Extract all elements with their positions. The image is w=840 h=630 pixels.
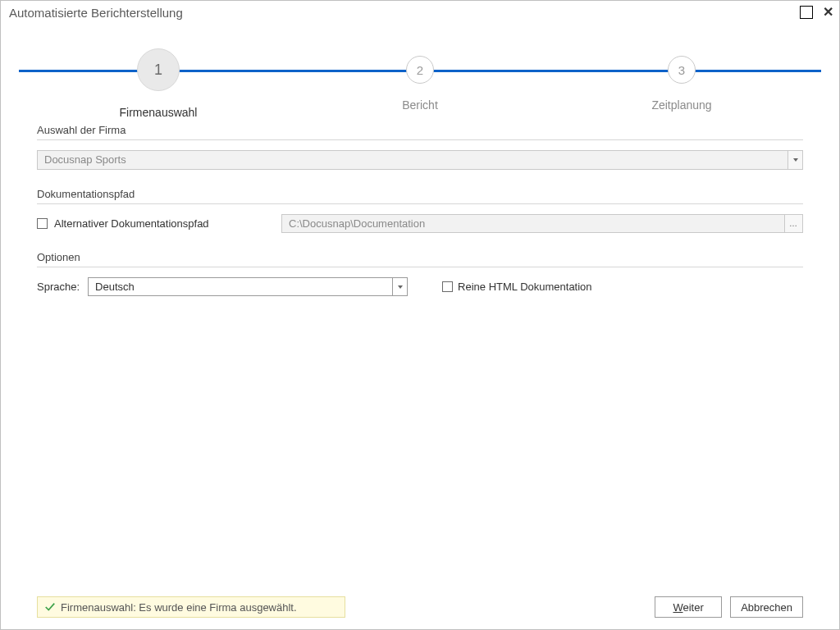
cancel-button-label: Abbrechen: [741, 601, 792, 614]
section-docpath: Dokumentationspfad Alternativer Dokument…: [37, 188, 803, 233]
step-number: 3: [668, 56, 696, 84]
check-icon: [44, 601, 56, 613]
section-title-company: Auswahl der Firma: [37, 124, 803, 140]
alt-docpath-group: Alternativer Dokumentationspfad: [37, 214, 281, 233]
docpath-input[interactable]: C:\Docusnap\Documentation: [281, 214, 785, 233]
dialog-footer: Firmenauswahl: Es wurde eine Firma ausge…: [19, 596, 821, 629]
html-doc-checkbox[interactable]: [442, 281, 453, 292]
company-select[interactable]: Docusnap Sports: [37, 150, 803, 170]
cancel-button[interactable]: Abbrechen: [730, 596, 803, 618]
step-label: Firmenauswahl: [117, 106, 199, 119]
company-select-arrow[interactable]: [788, 151, 802, 169]
chevron-down-icon: [398, 285, 403, 289]
step-label: Zeitplanung: [641, 98, 723, 112]
close-button[interactable]: ✕: [821, 6, 834, 19]
close-icon: ✕: [821, 6, 834, 19]
alt-docpath-label: Alternativer Dokumentationspfad: [54, 217, 209, 230]
dialog-content: 1 Firmenauswahl 2 Bericht 3 Zeitplanung …: [1, 24, 839, 629]
step-firmenauswahl[interactable]: 1 Firmenauswahl: [117, 48, 199, 119]
status-text: Firmenauswahl: Es wurde eine Firma ausge…: [61, 601, 297, 614]
ellipsis-icon: …: [789, 219, 798, 228]
maximize-button[interactable]: [800, 6, 813, 19]
wizard-stepper: 1 Firmenauswahl 2 Bericht 3 Zeitplanung: [19, 48, 821, 94]
maximize-icon: [800, 6, 813, 19]
language-select-arrow[interactable]: [392, 278, 407, 295]
window-title: Automatisierte Berichterstellung: [9, 6, 800, 20]
titlebar: Automatisierte Berichterstellung ✕: [1, 1, 839, 24]
section-title-docpath: Dokumentationspfad: [37, 188, 803, 204]
section-title-options: Optionen: [37, 251, 803, 267]
step-number: 2: [406, 56, 434, 84]
docpath-value: C:\Docusnap\Documentation: [289, 217, 425, 230]
browse-button[interactable]: …: [785, 214, 803, 233]
html-doc-label: Reine HTML Dokumentation: [458, 281, 592, 293]
step-label: Bericht: [379, 98, 461, 112]
dialog-window: Automatisierte Berichterstellung ✕ 1 Fir…: [0, 0, 840, 630]
step-number: 1: [137, 48, 180, 91]
language-label: Sprache:: [37, 281, 80, 293]
company-select-value: Docusnap Sports: [38, 151, 788, 169]
next-button[interactable]: Weiter: [655, 596, 722, 618]
step-zeitplanung[interactable]: 3 Zeitplanung: [641, 48, 723, 119]
step-bericht[interactable]: 2 Bericht: [379, 48, 461, 119]
alt-docpath-checkbox[interactable]: [37, 218, 48, 229]
section-options: Optionen Sprache: Deutsch Reine HTML Dok…: [37, 251, 803, 296]
language-select[interactable]: Deutsch: [88, 277, 408, 296]
html-doc-group: Reine HTML Dokumentation: [442, 281, 592, 293]
window-controls: ✕: [800, 6, 834, 19]
section-company: Auswahl der Firma Docusnap Sports: [37, 124, 803, 170]
chevron-down-icon: [793, 158, 798, 162]
status-bar: Firmenauswahl: Es wurde eine Firma ausge…: [37, 596, 345, 618]
language-select-value: Deutsch: [89, 278, 392, 295]
next-button-label: Weiter: [673, 601, 703, 614]
